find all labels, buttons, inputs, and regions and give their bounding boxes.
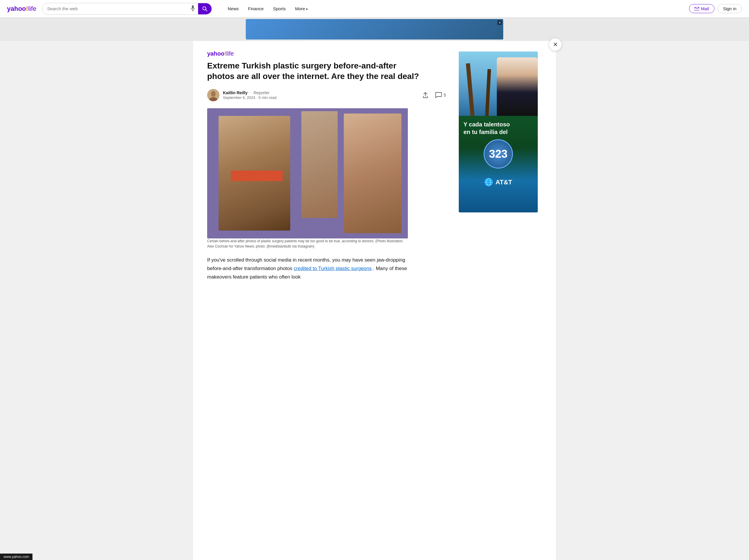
ad-person-figure	[497, 57, 538, 116]
source-logo: yahoo!life	[207, 50, 447, 57]
article-title: Extreme Turkish plastic surgery before-a…	[207, 61, 424, 82]
logo-yahoo-text: yahoo	[7, 5, 26, 13]
mail-icon	[694, 7, 699, 10]
article-body: If you've scrolled through social media …	[207, 256, 408, 281]
middle-photo	[301, 111, 337, 218]
status-bar: www.yahoo.com	[0, 554, 33, 560]
privacy-bar	[231, 171, 283, 181]
nav-item-sports[interactable]: Sports	[269, 4, 290, 14]
read-time: 5 min read	[258, 95, 276, 100]
share-button[interactable]	[421, 91, 429, 100]
author-row: Kaitlin Reilly · Reporter September 6, 2…	[207, 89, 447, 101]
ad-banner-close[interactable]: ✕	[497, 20, 502, 25]
turkish-surgeons-link[interactable]: credited to Turkish plastic surgeons	[294, 266, 371, 271]
author-role: Reporter	[253, 90, 269, 95]
search-input[interactable]	[42, 6, 188, 11]
after-face-photo	[344, 113, 401, 233]
nav-item-finance[interactable]: Finance	[244, 4, 268, 14]
comment-icon	[435, 92, 442, 98]
svg-point-3	[203, 7, 206, 10]
att-brand-name: AT&T	[495, 178, 512, 186]
svg-rect-0	[192, 5, 194, 9]
share-icon	[423, 92, 428, 98]
article-column: yahoo!life Extreme Turkish plastic surge…	[207, 50, 447, 560]
comment-count: 5	[444, 93, 446, 98]
page-wrapper: yahoo!life Extreme Turkish plastic surge…	[193, 41, 556, 560]
ad-banner: ✕	[0, 18, 749, 41]
svg-point-7	[211, 91, 216, 97]
comment-button[interactable]: 5	[434, 91, 447, 99]
nav-item-news[interactable]: News	[223, 4, 243, 14]
ad-content-area: Y cada talentoso en tu familia del 323	[459, 116, 538, 178]
source-logo-text: yahoo!life	[207, 50, 234, 57]
before-after-composite	[207, 108, 408, 238]
yahoo-life-logo[interactable]: yahoo!life	[7, 5, 36, 13]
source-slash: !	[224, 50, 227, 57]
after-section	[338, 108, 408, 238]
action-buttons: 5	[421, 91, 447, 100]
mail-label: Mail	[701, 6, 709, 11]
att-globe-svg	[485, 178, 493, 186]
sidebar: ✕ Y cada talentoso en tu familia del 323	[459, 50, 541, 560]
logo-slash: !	[26, 5, 28, 13]
mail-button[interactable]: Mail	[689, 4, 715, 13]
avatar-image	[207, 89, 219, 101]
ad-palm-trees	[459, 51, 538, 116]
search-button[interactable]	[198, 3, 212, 15]
status-bar-url: www.yahoo.com	[3, 555, 29, 559]
search-bar	[42, 3, 212, 15]
nav-links: News Finance Sports More	[223, 4, 312, 14]
author-avatar	[207, 89, 219, 101]
article-date: September 6, 2024	[223, 95, 255, 100]
article-meta: September 6, 2024 · 5 min read	[223, 95, 418, 100]
ad-number-circle: 323	[484, 139, 513, 169]
image-caption: Certain before-and-after photos of plast…	[207, 238, 408, 249]
body-paragraph-1: If you've scrolled through social media …	[207, 256, 408, 281]
mic-icon	[191, 5, 195, 11]
dot-separator: ·	[250, 90, 251, 95]
svg-line-4	[206, 9, 208, 11]
modal-close-button[interactable]: ✕	[549, 38, 562, 51]
sidebar-ad: ✕ Y cada talentoso en tu familia del 323	[459, 51, 538, 212]
signin-button[interactable]: Sign in	[718, 4, 742, 13]
nav-item-more[interactable]: More	[291, 4, 312, 14]
mic-button[interactable]	[188, 5, 198, 12]
logo-product-text: life	[28, 5, 36, 13]
before-section	[207, 108, 301, 238]
ad-att-logo: AT&T	[479, 178, 517, 187]
article-image	[207, 108, 408, 238]
att-globe-icon	[484, 178, 493, 187]
ad-banner-content: ✕	[246, 19, 503, 40]
article-image-wrap: Certain before-and-after photos of plast…	[207, 108, 408, 249]
top-nav: yahoo!life News Finance Sports More	[0, 0, 749, 18]
author-info: Kaitlin Reilly · Reporter September 6, 2…	[223, 90, 418, 100]
search-icon	[202, 6, 208, 12]
ad-tagline: Y cada talentoso en tu familia del	[464, 121, 533, 136]
author-name: Kaitlin Reilly	[223, 90, 248, 95]
